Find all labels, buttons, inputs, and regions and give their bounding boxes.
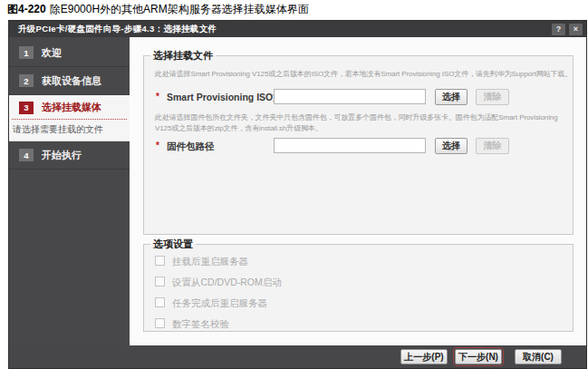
iso-file-input[interactable]: [274, 89, 426, 104]
checkbox-label: 数字签名校验: [172, 318, 229, 331]
mount-file-legend: 选择挂载文件: [150, 50, 216, 62]
cancel-button[interactable]: 取消(C): [515, 349, 562, 364]
dialog-titlebar: 升级PCIe卡/硬盘固件向导-步骤4.3：选择挂载文件 ? ×: [9, 21, 586, 37]
checkbox-icon[interactable]: [155, 297, 165, 307]
firmware-hint-text: 此处请选择固件包所在文件夹，文件夹中只包含固件包，可放置多个固件包，同时升级多张…: [155, 112, 568, 133]
iso-hint-text: 此处请选择Smart Provisioning V125或之后版本的ISO文件，…: [155, 69, 568, 80]
options-groupbox: 选项设置 挂载后重启服务器 设置从CD/DVD-ROM启动 任务完成后重启服务器…: [143, 244, 574, 332]
step-content-panel: 选择挂载文件 此处请选择Smart Provisioning V125或之后版本…: [130, 37, 586, 368]
close-icon[interactable]: ×: [569, 24, 583, 35]
step-number-badge: 1: [19, 46, 34, 59]
options-legend: 选项设置: [150, 238, 196, 250]
figure-title: 除E9000H外的其他ARM架构服务器选择挂载媒体界面: [50, 3, 309, 15]
figure-caption: 图4-220除E9000H外的其他ARM架构服务器选择挂载媒体界面: [7, 2, 309, 17]
checkbox-icon[interactable]: [155, 256, 165, 266]
step-label: 欢迎: [42, 46, 62, 60]
checkbox-label: 设置从CD/DVD-ROM启动: [172, 277, 282, 289]
iso-clear-button[interactable]: 清除: [476, 89, 509, 105]
checkbox-row-restart-after-task: 任务完成后重启服务器: [144, 296, 573, 309]
help-icon[interactable]: ?: [552, 24, 565, 35]
firmware-path-label: 固件包路径: [167, 141, 215, 153]
step-label: 开始执行: [42, 149, 82, 162]
iso-select-button[interactable]: 选择: [435, 89, 468, 105]
mount-file-groupbox: 选择挂载文件 此处请选择Smart Provisioning V125或之后版本…: [143, 55, 574, 235]
step-item-device-info[interactable]: 2 获取设备信息: [9, 67, 130, 95]
checkbox-icon[interactable]: [155, 277, 165, 286]
active-step-subtitle: 请选择需要挂载的文件: [9, 123, 130, 136]
previous-step-button[interactable]: 上一步(P): [400, 349, 448, 364]
required-asterisk: *: [156, 92, 159, 102]
checkbox-row-signature-check: 数字签名校验: [144, 317, 573, 330]
checkbox-icon[interactable]: [155, 318, 165, 328]
wizard-step-list: 1 欢迎 2 获取设备信息 3 选择挂载媒体 请选择需要挂载的文件 4 开始执行: [9, 37, 130, 368]
step-label: 选择挂载媒体: [42, 101, 101, 114]
dialog-title: 升级PCIe卡/硬盘固件向导-步骤4.3：选择挂载文件: [9, 24, 552, 35]
figure-number: 图4-220: [7, 3, 46, 15]
next-step-button[interactable]: 下一步(N): [455, 349, 502, 364]
checkbox-label: 任务完成后重启服务器: [172, 297, 267, 310]
iso-file-field-row: * Smart Provisioning ISO文件 选择 清除: [144, 89, 573, 105]
checkbox-row-boot-from-cd: 设置从CD/DVD-ROM启动: [144, 276, 573, 288]
checkbox-label: 挂载后重启服务器: [172, 256, 248, 268]
dialog-footer: 上一步(P) 下一步(N) 取消(C): [9, 345, 586, 368]
sidebar-filler: [9, 170, 130, 368]
required-asterisk: *: [156, 141, 159, 151]
firmware-clear-button[interactable]: 清除: [476, 138, 509, 154]
dialog-body: 1 欢迎 2 获取设备信息 3 选择挂载媒体 请选择需要挂载的文件 4 开始执行: [9, 37, 586, 368]
step-item-execute[interactable]: 4 开始执行: [9, 141, 130, 170]
checkbox-row-restart-after-mount: 挂载后重启服务器: [144, 255, 573, 267]
step-number-badge: 3: [19, 102, 34, 114]
firmware-path-input[interactable]: [274, 138, 426, 153]
step-number-badge: 2: [19, 74, 34, 87]
step-item-select-media-active[interactable]: 3 选择挂载媒体 请选择需要挂载的文件: [9, 95, 130, 141]
wizard-dialog: 升级PCIe卡/硬盘固件向导-步骤4.3：选择挂载文件 ? × 1 欢迎 2 获…: [8, 20, 587, 369]
step-item-welcome[interactable]: 1 欢迎: [9, 39, 130, 67]
step-label: 获取设备信息: [42, 74, 101, 88]
step-number-badge: 4: [19, 149, 34, 161]
firmware-path-field-row: * 固件包路径 选择 清除: [144, 138, 573, 154]
firmware-select-button[interactable]: 选择: [435, 138, 468, 154]
active-step-separator: [12, 119, 127, 120]
